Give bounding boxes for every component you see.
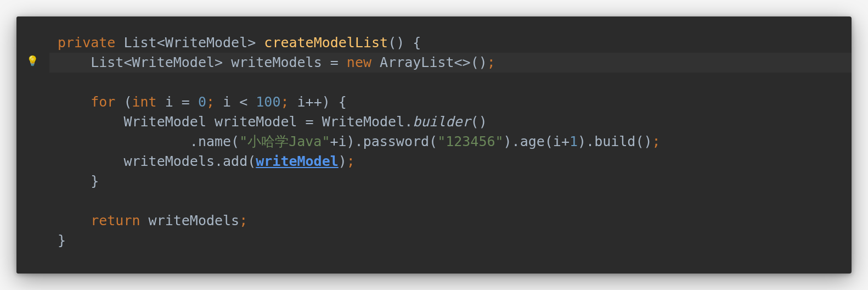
number-literal: 100 xyxy=(256,94,280,110)
number-literal: 1 xyxy=(570,133,578,149)
code-line: .name("小哈学Java"+i).password("123456").ag… xyxy=(58,132,852,152)
type-writemodel: WriteModel xyxy=(165,35,248,51)
lightbulb-icon[interactable]: 💡 xyxy=(26,55,38,66)
type-list: List xyxy=(123,35,156,51)
keyword-private: private xyxy=(58,35,115,51)
code-line: return writeModels; xyxy=(58,211,852,231)
string-literal: "小哈学Java" xyxy=(239,133,330,149)
code-line xyxy=(58,191,852,211)
code-line-highlighted: List<WriteModel> writeModels = new Array… xyxy=(16,53,852,72)
code-content[interactable]: private List<WriteModel> createModelList… xyxy=(16,16,852,267)
keyword-return: return xyxy=(91,213,140,228)
number-literal: 0 xyxy=(198,94,206,110)
code-line xyxy=(58,72,852,92)
code-line: } xyxy=(58,171,852,191)
string-literal: "123456" xyxy=(437,133,503,149)
keyword-new: new xyxy=(347,54,371,70)
editor-gutter: 💡 xyxy=(16,16,49,274)
builder-method: builder xyxy=(413,114,470,130)
code-line: private List<WriteModel> createModelList… xyxy=(58,33,852,53)
method-name: createModelList xyxy=(264,35,388,51)
keyword-for: for xyxy=(91,94,115,110)
code-line: writeModels.add(writeModel); xyxy=(58,152,852,171)
code-line: for (int i = 0; i < 100; i++) { xyxy=(58,92,852,112)
code-editor-window: 💡 private List<WriteModel> createModelLi… xyxy=(16,16,852,274)
code-line: } xyxy=(58,231,852,250)
code-line: WriteModel writeModel = WriteModel.build… xyxy=(58,112,852,132)
variable-reference-link[interactable]: writeModel xyxy=(256,153,339,169)
keyword-int: int xyxy=(132,94,156,110)
